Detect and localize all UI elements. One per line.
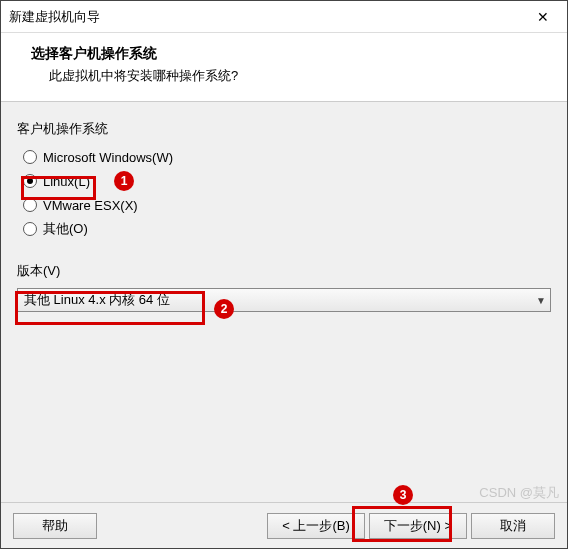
titlebar: 新建虚拟机向导 ✕ <box>1 1 567 33</box>
version-select[interactable]: 其他 Linux 4.x 内核 64 位 ▼ <box>17 288 551 312</box>
version-selected-text: 其他 Linux 4.x 内核 64 位 <box>24 291 170 309</box>
radio-other[interactable]: 其他(O) <box>23 218 551 240</box>
wizard-footer: 帮助 < 上一步(B) 下一步(N) > 取消 <box>1 502 567 548</box>
radio-windows[interactable]: Microsoft Windows(W) <box>23 146 551 168</box>
radio-linux[interactable]: Linux(L) <box>23 170 551 192</box>
wizard-dialog: 新建虚拟机向导 ✕ 选择客户机操作系统 此虚拟机中将安装哪种操作系统? 客户机操… <box>0 0 568 549</box>
window-title: 新建虚拟机向导 <box>9 8 100 26</box>
back-button[interactable]: < 上一步(B) <box>267 513 365 539</box>
radio-vmware-esx[interactable]: VMware ESX(X) <box>23 194 551 216</box>
radio-icon <box>23 198 37 212</box>
version-section: 版本(V) 其他 Linux 4.x 内核 64 位 ▼ <box>17 262 551 312</box>
radio-label: 其他(O) <box>43 220 88 238</box>
wizard-content: 客户机操作系统 Microsoft Windows(W) Linux(L) VM… <box>1 102 567 322</box>
radio-icon <box>23 174 37 188</box>
radio-label: Microsoft Windows(W) <box>43 150 173 165</box>
page-heading: 选择客户机操作系统 <box>31 45 551 63</box>
radio-label: Linux(L) <box>43 174 90 189</box>
page-subheading: 此虚拟机中将安装哪种操作系统? <box>49 67 551 85</box>
version-label: 版本(V) <box>17 262 551 280</box>
help-button[interactable]: 帮助 <box>13 513 97 539</box>
radio-icon <box>23 150 37 164</box>
chevron-down-icon: ▼ <box>536 295 546 306</box>
radio-icon <box>23 222 37 236</box>
radio-label: VMware ESX(X) <box>43 198 138 213</box>
wizard-header: 选择客户机操作系统 此虚拟机中将安装哪种操作系统? <box>1 33 567 102</box>
watermark: CSDN @莫凡 <box>479 484 559 502</box>
cancel-button[interactable]: 取消 <box>471 513 555 539</box>
close-icon[interactable]: ✕ <box>527 1 559 33</box>
next-button[interactable]: 下一步(N) > <box>369 513 467 539</box>
os-group-label: 客户机操作系统 <box>17 120 551 138</box>
